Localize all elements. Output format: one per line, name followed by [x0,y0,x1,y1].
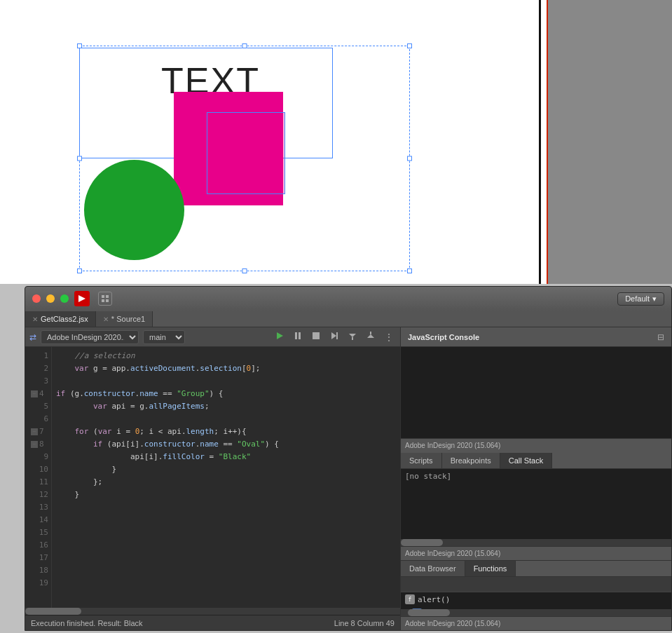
svg-marker-8 [331,332,336,339]
tab-breakpoints[interactable]: Breakpoints [442,453,500,468]
code-line-3 [56,375,396,388]
app-icon [74,291,90,306]
handle-bm[interactable] [242,268,247,273]
tab-data-browser[interactable]: Data Browser [401,561,465,576]
svg-rect-1 [106,295,109,298]
code-line-12: } [56,489,396,501]
maximize-button[interactable] [60,294,69,303]
svg-rect-3 [106,299,109,302]
handle-mr[interactable] [407,156,412,161]
minimize-button[interactable] [46,294,55,303]
title-bar: Default ▾ [25,287,671,311]
handle-tm[interactable] [242,43,247,48]
code-content[interactable]: //a selection var g = app.activeDocument… [52,347,400,608]
svg-rect-2 [102,299,104,302]
console-output[interactable] [401,347,671,438]
close-button[interactable] [32,294,41,303]
tab-label-1: GetClass2.jsx [41,315,88,323]
bottom-tabs: Data Browser Functions [401,560,671,577]
tab-close-icon[interactable]: ✕ [32,315,38,323]
pink-rectangle-inner [207,112,285,194]
status-bar: Execution finished. Result: Black Line 8… [25,615,400,630]
console-header: JavaScript Console ⊟ [401,327,671,347]
vertical-red-line [547,0,548,284]
code-panel: ⇄ Adobe InDesign 2020... main [25,327,400,630]
green-circle [84,160,184,260]
call-stack-h-scrollbar-thumb[interactable] [401,539,443,546]
ide-panel: Default ▾ ✕ GetClass2.jsx ✕ * Source1 ⇄ … [25,286,672,631]
handle-tr[interactable] [407,43,412,48]
code-h-scrollbar-thumb[interactable] [25,608,81,615]
code-line-7: for (var i = 0; i < api.length; i++){ [56,426,396,438]
code-line-5: var api = g.allPageItems; [56,400,396,413]
handle-tl[interactable] [77,43,82,48]
svg-rect-6 [299,332,301,339]
code-line-16 [56,539,396,552]
step-over-button[interactable] [327,329,341,344]
code-line-4: if (g.constructor.name == "Group") { [56,388,396,400]
code-line-6 [56,413,396,426]
default-label: Default [625,294,650,303]
functions-content[interactable]: f alert() ▶ o app = [object Application] [401,577,671,609]
bottom-version: Adobe InDesign 2020 (15.064) [401,616,671,630]
line-numbers: 1 2 3 −4 5 6 −7 −8 9 10 11 12 13 14 15 1… [25,347,52,608]
fn-item-alert[interactable]: f alert() [401,592,671,606]
step-out-button[interactable] [364,329,378,344]
tab-source1[interactable]: ✕ * Source1 [96,311,153,327]
no-stack-text: [no stack] [405,472,451,481]
pause-button[interactable] [291,329,305,344]
breadcrumb-icon: ⇄ [29,332,36,342]
default-button[interactable]: Default ▾ [617,292,664,306]
more-button[interactable]: ⋮ [382,330,396,344]
code-line-14 [56,514,396,526]
status-text: Execution finished. Result: Black [31,619,143,627]
tab-functions[interactable]: Functions [465,561,516,576]
code-line-17 [56,552,396,564]
fn-alert-label: alert() [418,595,450,604]
console-controls: ⊟ [657,332,664,342]
right-panel: JavaScript Console ⊟ Adobe InDesign 2020… [400,327,671,630]
call-stack-content: [no stack] [401,469,671,539]
functions-h-scrollbar[interactable] [401,609,671,616]
call-stack-version: Adobe InDesign 2020 (15.064) [401,546,671,560]
tab-getclass2[interactable]: ✕ GetClass2.jsx [25,311,96,327]
code-line-1: //a selection [56,350,396,362]
functions-h-scrollbar-thumb[interactable] [408,609,450,616]
svg-rect-0 [102,295,104,298]
code-line-18 [56,564,396,577]
svg-marker-12 [367,334,374,338]
tab-close-icon-2[interactable]: ✕ [103,315,109,323]
target-dropdown[interactable]: Adobe InDesign 2020... [41,330,139,344]
console-collapse-button[interactable]: ⊟ [657,332,664,342]
functions-search-input[interactable] [401,577,671,592]
run-button[interactable] [273,329,287,344]
main-content: ⇄ Adobe InDesign 2020... main [25,327,671,630]
code-line-8: if (api[i].constructor.name == "Oval") { [56,438,396,451]
branch-dropdown[interactable]: main [143,330,185,344]
svg-rect-7 [313,332,320,339]
code-line-2: var g = app.activeDocument.selection[0]; [56,362,396,375]
step-into-button[interactable] [345,329,359,344]
code-line-13 [56,501,396,514]
svg-marker-10 [349,334,356,337]
dropdown-arrow-icon: ▾ [652,294,657,304]
code-editor[interactable]: 1 2 3 −4 5 6 −7 −8 9 10 11 12 13 14 15 1… [25,347,400,608]
window-controls-icon[interactable] [98,292,112,306]
code-line-19 [56,577,396,590]
canvas-area: TEXT [0,0,672,284]
alert-icon: f [405,594,415,604]
handle-br[interactable] [407,268,412,273]
call-stack-h-scrollbar[interactable] [401,539,671,546]
console-title: JavaScript Console [408,333,479,341]
code-line-9: api[i].fillColor = "Black" [56,451,396,463]
handle-ml[interactable] [77,156,82,161]
tab-bar: ✕ GetClass2.jsx ✕ * Source1 [25,311,671,327]
debug-tabs: Scripts Breakpoints Call Stack [401,452,671,469]
svg-rect-5 [295,332,297,339]
stop-button[interactable] [309,329,323,344]
tab-call-stack[interactable]: Call Stack [500,453,553,468]
handle-bl[interactable] [77,268,82,273]
tab-scripts[interactable]: Scripts [401,453,442,468]
code-h-scrollbar[interactable] [25,608,400,615]
console-version: Adobe InDesign 2020 (15.064) [401,438,671,452]
